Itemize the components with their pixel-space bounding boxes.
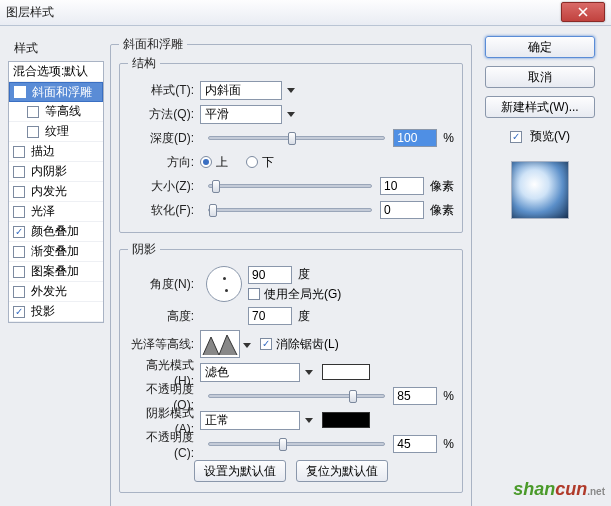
reset-default-button[interactable]: 复位为默认值: [296, 460, 388, 482]
checkbox-icon[interactable]: [13, 206, 25, 218]
angle-label: 角度(N):: [128, 276, 200, 293]
altitude-label: 高度:: [128, 308, 200, 325]
chevron-down-icon: [287, 112, 295, 117]
structure-legend: 结构: [128, 55, 160, 72]
soften-unit: 像素: [430, 202, 454, 219]
new-style-button[interactable]: 新建样式(W)...: [485, 96, 595, 118]
shading-group: 阴影 角度(N): 90 度 使用全局光(G): [119, 241, 463, 493]
right-panel: 确定 取消 新建样式(W)... 预览(V): [480, 36, 600, 498]
soften-slider[interactable]: [208, 208, 372, 212]
direction-up-radio[interactable]: [200, 156, 212, 168]
styles-header: 样式: [8, 36, 104, 61]
shadow-opacity-label: 不透明度(C):: [128, 429, 200, 460]
style-gradient-overlay[interactable]: 渐变叠加: [9, 242, 103, 262]
chevron-down-icon: [305, 370, 313, 375]
style-texture[interactable]: 纹理: [9, 122, 103, 142]
checkbox-icon[interactable]: [13, 266, 25, 278]
style-stroke[interactable]: 描边: [9, 142, 103, 162]
size-input[interactable]: 10: [380, 177, 424, 195]
watermark: shancun.net: [513, 479, 605, 500]
bevel-group: 斜面和浮雕 结构 样式(T): 内斜面 方法(Q): 平滑 深度(D): 100…: [110, 36, 472, 506]
preview-checkbox[interactable]: [510, 131, 522, 143]
shadow-color-swatch[interactable]: [322, 412, 370, 428]
antialias-checkbox[interactable]: [260, 338, 272, 350]
checkbox-icon[interactable]: [13, 186, 25, 198]
chevron-down-icon: [305, 418, 313, 423]
styles-list: 混合选项:默认 斜面和浮雕 等高线 纹理 描边 内阴影 内发光 光泽 颜色叠加 …: [8, 61, 104, 323]
preview-label: 预览(V): [530, 128, 570, 145]
title-bar: 图层样式: [0, 0, 611, 26]
depth-input[interactable]: 100: [393, 129, 437, 147]
angle-input[interactable]: 90: [248, 266, 292, 284]
size-unit: 像素: [430, 178, 454, 195]
checkbox-icon[interactable]: [13, 286, 25, 298]
shadow-opacity-input[interactable]: 45: [393, 435, 437, 453]
shadow-opacity-slider[interactable]: [208, 442, 385, 446]
gloss-contour-label: 光泽等高线:: [128, 336, 200, 353]
altitude-input[interactable]: 70: [248, 307, 292, 325]
checkbox-icon[interactable]: [13, 166, 25, 178]
preview-thumbnail: [511, 161, 569, 219]
style-label: 样式(T):: [128, 82, 200, 99]
highlight-mode-combo[interactable]: 滤色: [200, 363, 300, 382]
checkbox-icon[interactable]: [13, 306, 25, 318]
checkbox-icon[interactable]: [27, 126, 39, 138]
gloss-contour-picker[interactable]: [200, 330, 240, 358]
close-button[interactable]: [561, 2, 605, 22]
checkbox-icon[interactable]: [13, 146, 25, 158]
soften-label: 软化(F):: [128, 202, 200, 219]
slider-thumb-icon[interactable]: [349, 390, 357, 403]
bevel-settings: 斜面和浮雕 结构 样式(T): 内斜面 方法(Q): 平滑 深度(D): 100…: [110, 36, 472, 498]
technique-combo[interactable]: 平滑: [200, 105, 282, 124]
cancel-button[interactable]: 取消: [485, 66, 595, 88]
style-inner-shadow[interactable]: 内阴影: [9, 162, 103, 182]
direction-down-radio[interactable]: [246, 156, 258, 168]
style-pattern-overlay[interactable]: 图案叠加: [9, 262, 103, 282]
styles-panel: 样式 混合选项:默认 斜面和浮雕 等高线 纹理 描边 内阴影 内发光 光泽 颜色…: [8, 36, 104, 498]
highlight-opacity-input[interactable]: 85: [393, 387, 437, 405]
ok-button[interactable]: 确定: [485, 36, 595, 58]
highlight-color-swatch[interactable]: [322, 364, 370, 380]
style-color-overlay[interactable]: 颜色叠加: [9, 222, 103, 242]
chevron-down-icon: [287, 88, 295, 93]
slider-thumb-icon[interactable]: [209, 204, 217, 217]
size-slider[interactable]: [208, 184, 372, 188]
depth-unit: %: [443, 131, 454, 145]
angle-dial[interactable]: [206, 266, 242, 302]
bevel-legend: 斜面和浮雕: [119, 36, 187, 53]
slider-thumb-icon[interactable]: [212, 180, 220, 193]
soften-input[interactable]: 0: [380, 201, 424, 219]
depth-slider[interactable]: [208, 136, 385, 140]
depth-label: 深度(D):: [128, 130, 200, 147]
window-title: 图层样式: [6, 4, 54, 21]
checkbox-icon[interactable]: [27, 106, 39, 118]
close-icon: [578, 7, 588, 17]
technique-label: 方法(Q):: [128, 106, 200, 123]
shadow-mode-combo[interactable]: 正常: [200, 411, 300, 430]
style-drop-shadow[interactable]: 投影: [9, 302, 103, 322]
style-inner-glow[interactable]: 内发光: [9, 182, 103, 202]
slider-thumb-icon[interactable]: [288, 132, 296, 145]
make-default-button[interactable]: 设置为默认值: [194, 460, 286, 482]
checkbox-icon[interactable]: [13, 246, 25, 258]
checkbox-icon[interactable]: [13, 226, 25, 238]
highlight-opacity-slider[interactable]: [208, 394, 385, 398]
style-bevel[interactable]: 斜面和浮雕: [9, 82, 103, 102]
shading-legend: 阴影: [128, 241, 160, 258]
chevron-down-icon: [243, 343, 251, 348]
structure-group: 结构 样式(T): 内斜面 方法(Q): 平滑 深度(D): 100 % 方向:: [119, 55, 463, 233]
global-light-checkbox[interactable]: [248, 288, 260, 300]
style-combo[interactable]: 内斜面: [200, 81, 282, 100]
direction-label: 方向:: [128, 154, 200, 171]
blending-options[interactable]: 混合选项:默认: [9, 62, 103, 82]
checkbox-icon[interactable]: [14, 86, 26, 98]
size-label: 大小(Z):: [128, 178, 200, 195]
slider-thumb-icon[interactable]: [279, 438, 287, 451]
style-satin[interactable]: 光泽: [9, 202, 103, 222]
style-outer-glow[interactable]: 外发光: [9, 282, 103, 302]
style-contour[interactable]: 等高线: [9, 102, 103, 122]
